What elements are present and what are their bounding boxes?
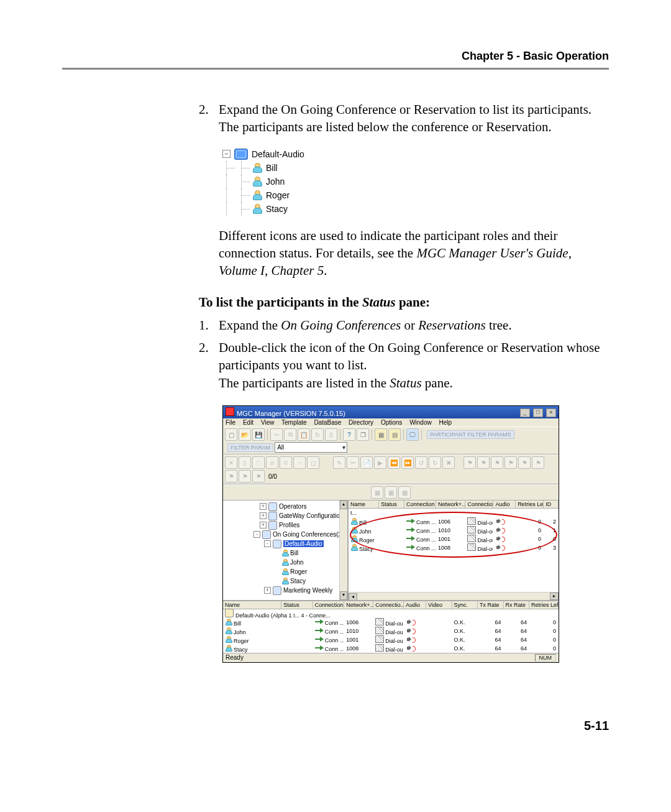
- menu-help[interactable]: Help: [439, 419, 452, 426]
- left-scrollbar[interactable]: ▴ ▾: [339, 501, 347, 600]
- col-network[interactable]: Network+...: [436, 501, 466, 508]
- tb2-icon[interactable]: ⚑: [491, 456, 503, 469]
- paste-icon[interactable]: 📋: [298, 428, 310, 441]
- tb2-icon[interactable]: ○: [293, 456, 306, 469]
- tb2-icon[interactable]: ⚑: [504, 456, 517, 469]
- col-status[interactable]: Status: [379, 501, 404, 508]
- layout-icon[interactable]: ▤: [388, 428, 401, 441]
- tree-node[interactable]: John: [226, 558, 345, 567]
- col-connection[interactable]: Connection: [404, 501, 436, 508]
- menu-options[interactable]: Options: [381, 419, 402, 426]
- scroll-left-icon[interactable]: ◂: [349, 593, 357, 600]
- tb2-icon[interactable]: ⛭: [280, 456, 292, 469]
- left-tree-panel[interactable]: +Operators+GateWay Configuration+Profile…: [223, 501, 349, 600]
- tree-node[interactable]: Stacy: [226, 576, 345, 586]
- tree-node[interactable]: -Default-Audio: [226, 539, 345, 548]
- print-icon[interactable]: ⎙: [325, 428, 337, 441]
- minimize-button[interactable]: _: [520, 408, 530, 417]
- monitor-icon[interactable]: 🖵: [406, 428, 419, 441]
- tree-node[interactable]: Bill: [226, 548, 345, 558]
- tb2-icon[interactable]: ✂: [347, 456, 359, 469]
- tree-node[interactable]: +Operators: [226, 502, 345, 511]
- tb2-icon[interactable]: ↺: [415, 456, 427, 469]
- status-row[interactable]: BillConn ...1006Dial-out02: [349, 517, 559, 526]
- tb2-icon[interactable]: ⎚: [266, 456, 278, 469]
- menu-database[interactable]: DataBase: [314, 419, 341, 426]
- bottom-title-row[interactable]: Default-Audio (Alpha 1 I... 4 - Conne...: [223, 609, 559, 618]
- scroll-down-icon[interactable]: ▾: [340, 591, 347, 600]
- col-name[interactable]: Name: [349, 501, 379, 508]
- tb2-icon[interactable]: ▶: [374, 456, 386, 469]
- status-row[interactable]: RogerConn ...1001Dial-out00: [349, 535, 559, 543]
- tb2-icon[interactable]: ✎: [333, 456, 345, 469]
- tb2-icon[interactable]: ▯: [239, 456, 251, 469]
- collapse-icon[interactable]: -: [253, 531, 260, 538]
- step-2-number: 2.: [199, 101, 219, 136]
- tb2-icon[interactable]: ⚑: [463, 456, 476, 469]
- help-icon[interactable]: ?: [343, 428, 355, 441]
- menu-edit[interactable]: Edit: [243, 419, 253, 426]
- tree-node[interactable]: +Marketing Weekly: [226, 586, 345, 595]
- maximize-button[interactable]: □: [533, 408, 543, 417]
- tb2-icon[interactable]: 📄: [360, 456, 373, 469]
- tree-node[interactable]: -On Going Conferences(2): [226, 530, 345, 539]
- tb2-icon[interactable]: ⚑: [477, 456, 490, 469]
- grid-row[interactable]: StacyConn ...1008Dial-outO.K.64640: [223, 644, 559, 653]
- grid-row[interactable]: BillConn ...1006Dial-outO.K.64640: [223, 618, 559, 627]
- list2-b-c: pane.: [422, 376, 453, 390]
- copy-icon[interactable]: ⧉: [284, 428, 296, 441]
- menu-window[interactable]: Window: [409, 419, 432, 426]
- tb2-icon[interactable]: ⚑: [252, 470, 265, 482]
- tb2-icon[interactable]: ✖: [442, 456, 455, 469]
- tree-node[interactable]: Roger: [226, 567, 345, 576]
- status-row[interactable]: JohnConn ...1010Dial-out01: [349, 526, 559, 535]
- col-audio[interactable]: Audio: [493, 501, 516, 508]
- scroll-up-icon[interactable]: ▴: [340, 501, 347, 509]
- status-row[interactable]: t...: [349, 509, 559, 517]
- tb2-icon[interactable]: ⚑: [225, 470, 237, 482]
- tb3-icon[interactable]: ▦: [385, 486, 397, 499]
- tb2-icon[interactable]: ✕: [225, 456, 237, 469]
- menu-directory[interactable]: Directory: [349, 419, 373, 426]
- tb2-icon[interactable]: ⏩: [401, 456, 414, 469]
- status-header[interactable]: Name Status Connection Network+... Conne…: [349, 501, 559, 509]
- dial-icon: [467, 526, 476, 533]
- right-h-scrollbar[interactable]: ◂▸: [349, 592, 559, 600]
- tb2-icon[interactable]: ⚑: [518, 456, 531, 469]
- col-conn2[interactable]: Connectio...: [465, 501, 493, 508]
- tb3-icon[interactable]: ▦: [371, 486, 383, 499]
- cascade-icon[interactable]: ❐: [357, 428, 369, 441]
- collapse-icon[interactable]: -: [264, 540, 271, 547]
- tb2-icon[interactable]: ⚑: [532, 456, 544, 469]
- tb3-icon[interactable]: ▦: [398, 486, 411, 499]
- new-icon[interactable]: ▢: [225, 428, 237, 441]
- tb2-icon[interactable]: ↻: [429, 456, 441, 469]
- tb2-icon[interactable]: ◻: [307, 456, 319, 469]
- tree-node[interactable]: +Profiles: [226, 520, 345, 530]
- tb2-icon[interactable]: ⏪: [388, 456, 400, 469]
- expand-icon[interactable]: +: [260, 512, 267, 519]
- col-retries[interactable]: Retries Left: [516, 501, 544, 508]
- cut-icon[interactable]: ✂: [270, 428, 283, 441]
- grid-row[interactable]: RogerConn ...1001Dial-outO.K.64640: [223, 635, 559, 644]
- refresh-icon[interactable]: ↻: [311, 428, 324, 441]
- expand-icon[interactable]: +: [260, 522, 267, 528]
- col-id[interactable]: ID: [544, 501, 559, 508]
- list-2-number: 2.: [199, 339, 219, 392]
- filter-select[interactable]: All: [275, 442, 347, 453]
- close-button[interactable]: ×: [546, 408, 556, 417]
- menu-file[interactable]: File: [226, 419, 235, 426]
- tb2-icon[interactable]: ◌: [252, 456, 265, 469]
- open-icon[interactable]: 📂: [239, 428, 251, 441]
- tile-icon[interactable]: ▦: [375, 428, 387, 441]
- expand-icon[interactable]: +: [264, 587, 271, 594]
- menu-view[interactable]: View: [261, 419, 275, 426]
- scroll-right-icon[interactable]: ▸: [550, 593, 559, 600]
- tree-node[interactable]: +GateWay Configuration: [226, 511, 345, 520]
- status-row[interactable]: StacyConn ...1008Dial-out03: [349, 543, 559, 552]
- grid-row[interactable]: JohnConn ...1010Dial-outO.K.64640: [223, 627, 559, 635]
- menu-template[interactable]: Template: [281, 419, 307, 426]
- expand-icon[interactable]: +: [260, 503, 267, 510]
- tb2-icon[interactable]: ⚑: [239, 470, 251, 482]
- save-icon[interactable]: 💾: [252, 428, 265, 441]
